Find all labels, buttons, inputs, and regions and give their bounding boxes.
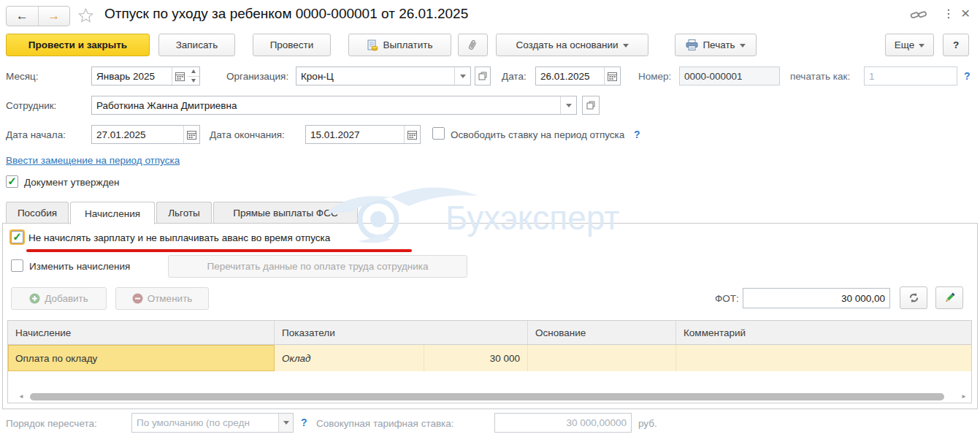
number-field <box>679 66 780 86</box>
scroll-right-icon[interactable]: ► <box>961 394 967 400</box>
fot-input[interactable] <box>743 289 889 308</box>
tab-label: Льготы <box>168 208 200 218</box>
pay-button[interactable]: Выплатить <box>348 34 451 56</box>
chevron-down-icon[interactable] <box>560 96 576 114</box>
post-button[interactable]: Провести <box>253 34 331 56</box>
cell-indicator-value[interactable]: 30 000 <box>424 345 528 371</box>
print-as-field <box>864 66 957 86</box>
help-label: ? <box>953 39 959 50</box>
chevron-down-icon <box>740 44 746 50</box>
cell-indicator-name[interactable]: Оклад <box>275 345 424 371</box>
post-label: Провести <box>270 39 314 50</box>
create-based-on-label: Создать на основании <box>516 39 618 50</box>
tab-label: Пособия <box>18 208 57 218</box>
recalc-order-select[interactable] <box>131 413 294 433</box>
nav-button-group: ← → <box>6 6 70 26</box>
employee-input[interactable] <box>92 96 560 114</box>
calendar-icon[interactable] <box>172 67 188 85</box>
date-input[interactable] <box>536 67 604 85</box>
add-row-button[interactable]: Добавить <box>11 287 107 310</box>
create-based-on-button[interactable]: Создать на основании <box>496 34 648 56</box>
spin-up-icon[interactable] <box>188 67 199 76</box>
calendar-icon[interactable] <box>183 126 199 143</box>
post-and-close-button[interactable]: Провести и закрыть <box>6 34 150 56</box>
date-label: Дата: <box>502 71 527 82</box>
no-salary-checkbox[interactable]: ✓ <box>11 231 23 243</box>
calendar-icon[interactable] <box>404 126 420 143</box>
change-accruals-checkbox[interactable] <box>11 259 23 272</box>
edit-fot-button[interactable] <box>935 286 963 309</box>
cell-comment[interactable] <box>676 345 971 371</box>
back-button[interactable]: ← <box>7 7 39 26</box>
tab-label: Прямые выплаты ФСС <box>233 208 337 218</box>
organization-field <box>296 66 471 86</box>
end-date-input[interactable] <box>306 126 404 143</box>
reread-pay-data-label: Перечитать данные по оплате труда сотруд… <box>207 261 428 272</box>
chevron-down-icon <box>919 44 925 50</box>
month-input[interactable] <box>92 67 172 85</box>
close-icon[interactable]: × <box>961 4 970 22</box>
print-as-help-link[interactable]: ? <box>964 70 971 82</box>
start-date-label: Дата начала: <box>6 129 66 140</box>
fot-label: ФОТ: <box>715 293 739 304</box>
more-menu-icon[interactable]: ⋮ <box>943 7 954 20</box>
print-button[interactable]: Печать <box>675 34 757 56</box>
attachments-button[interactable] <box>458 34 488 56</box>
employee-open-button[interactable] <box>582 96 600 115</box>
number-input[interactable] <box>680 67 779 85</box>
tariff-rate-input[interactable] <box>495 414 631 432</box>
spin-down-icon[interactable] <box>188 76 199 86</box>
plus-circle-icon <box>29 293 40 304</box>
cancel-row-button[interactable]: Отменить <box>115 287 209 310</box>
col-header-basis[interactable]: Основание <box>528 321 676 344</box>
more-label: Еще <box>895 39 914 50</box>
print-as-label: печатать как: <box>790 71 850 82</box>
cell-basis[interactable] <box>528 345 676 371</box>
release-rate-checkbox[interactable] <box>432 127 445 140</box>
red-underline-annotation <box>26 249 412 252</box>
organization-input[interactable] <box>296 67 454 85</box>
employee-label: Сотрудник: <box>6 100 56 111</box>
employee-field <box>91 96 577 115</box>
col-header-indicators[interactable]: Показатели <box>275 321 528 344</box>
scroll-left-icon[interactable]: ◄ <box>18 394 24 400</box>
forward-button[interactable]: → <box>39 7 70 26</box>
back-arrow-icon: ← <box>16 9 28 23</box>
add-row-label: Добавить <box>45 293 88 304</box>
save-label: Записать <box>176 39 218 50</box>
table-row[interactable]: Оплата по окладу Оклад 30 000 <box>8 345 971 371</box>
print-as-input[interactable] <box>865 67 957 85</box>
calendar-icon[interactable] <box>604 67 620 85</box>
tab-pryamye-vyplaty-fss[interactable]: Прямые выплаты ФСС <box>213 202 358 223</box>
forward-arrow-icon: → <box>47 9 60 23</box>
minus-circle-icon <box>132 293 143 304</box>
favorite-star-icon[interactable] <box>77 7 94 26</box>
organization-open-button[interactable] <box>475 66 491 86</box>
release-rate-help-link[interactable]: ? <box>634 129 640 140</box>
date-field <box>535 66 621 86</box>
col-header-accrual[interactable]: Начисление <box>8 321 275 344</box>
table-header-row: Начисление Показатели Основание Коммента… <box>8 321 971 345</box>
approved-checkbox[interactable]: ✓ <box>6 175 18 188</box>
recalc-help-link[interactable]: ? <box>301 417 307 428</box>
chevron-down-icon[interactable] <box>278 414 293 432</box>
reread-pay-data-button[interactable]: Перечитать данные по оплате труда сотруд… <box>168 255 467 278</box>
tab-lgoty[interactable]: Льготы <box>156 202 212 223</box>
col-header-comment[interactable]: Комментарий <box>676 321 971 344</box>
cell-accrual[interactable]: Оплата по окладу <box>8 345 275 371</box>
no-salary-label: Не начислять зарплату и не выплачивать а… <box>28 232 330 243</box>
substitution-link[interactable]: Ввести замещение на период отпуска <box>6 155 180 166</box>
start-date-input[interactable] <box>92 126 183 143</box>
horizontal-scrollbar[interactable] <box>30 393 944 400</box>
help-button[interactable]: ? <box>943 34 969 56</box>
number-label: Номер: <box>638 71 671 82</box>
tab-nachisleniya[interactable]: Начисления <box>70 202 155 224</box>
save-button[interactable]: Записать <box>158 34 235 56</box>
refresh-fot-button[interactable] <box>900 286 927 309</box>
post-and-close-label: Провести и закрыть <box>28 39 127 50</box>
tab-posobiya[interactable]: Пособия <box>6 202 69 223</box>
chevron-down-icon[interactable] <box>454 67 470 85</box>
tariff-unit-label: руб. <box>638 418 657 429</box>
more-button[interactable]: Еще <box>885 34 934 56</box>
link-icon[interactable] <box>910 10 927 23</box>
